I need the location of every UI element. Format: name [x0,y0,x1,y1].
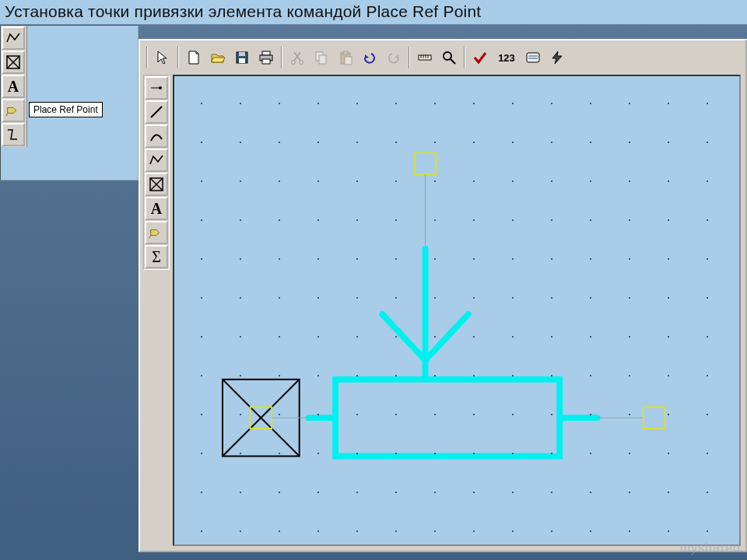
run-button[interactable] [546,47,568,68]
draw-toolbar: A Σ [143,75,170,270]
polygon-tool[interactable] [145,149,168,172]
svg-rect-7 [262,51,270,55]
slide-title: Установка точки привязки элемента команд… [0,0,747,25]
refpoint-tool-inset[interactable] [2,51,25,74]
check-button[interactable] [469,47,491,68]
svg-point-11 [300,61,303,65]
svg-point-26 [159,86,162,89]
text-tool-inset[interactable]: A [2,75,25,98]
renumber-button[interactable]: 123 [493,47,520,68]
paste-button[interactable] [335,47,356,68]
svg-line-27 [151,107,162,117]
svg-point-10 [292,61,296,65]
svg-line-3 [6,114,8,117]
new-button[interactable] [183,47,205,68]
svg-rect-6 [239,58,245,63]
inset-toolbar-fragment: A Place Ref Point [0,25,139,180]
cut-button[interactable] [286,47,308,68]
watermark: myshared [680,541,741,555]
polygon-tool-inset[interactable] [2,26,25,50]
copy-button[interactable] [310,47,332,68]
svg-rect-9 [262,59,270,64]
svg-rect-13 [319,55,326,64]
drawing-canvas[interactable] [173,75,741,546]
svg-line-31 [149,236,151,239]
measure-button[interactable] [414,47,436,68]
svg-rect-24 [527,53,539,62]
attribute-tool[interactable] [145,221,168,244]
tooltip: Place Ref Point [29,102,103,117]
sigma-tool[interactable]: Σ [145,245,168,268]
undo-button[interactable] [359,47,381,68]
svg-rect-16 [345,57,352,65]
zoom-button[interactable] [438,47,460,68]
line-tool[interactable] [145,100,168,124]
select-tool[interactable] [152,47,174,68]
open-button[interactable] [207,47,229,68]
arc-tool[interactable] [145,124,168,148]
editor-window: 123 A Σ [139,39,747,552]
save-button[interactable] [231,47,253,68]
attribute-tool-inset[interactable] [2,99,25,122]
svg-rect-5 [239,52,245,56]
refpoint-tool[interactable] [145,173,168,196]
svg-point-22 [444,52,451,60]
break-tool-inset[interactable] [2,123,25,146]
pin-tool[interactable] [145,76,168,100]
macro-button[interactable] [522,47,544,68]
print-button[interactable] [255,47,277,68]
svg-line-23 [451,59,455,64]
svg-rect-15 [343,51,348,54]
svg-rect-17 [419,55,431,60]
main-toolbar: 123 [143,44,570,72]
text-tool[interactable]: A [145,197,168,220]
redo-button[interactable] [383,47,405,68]
